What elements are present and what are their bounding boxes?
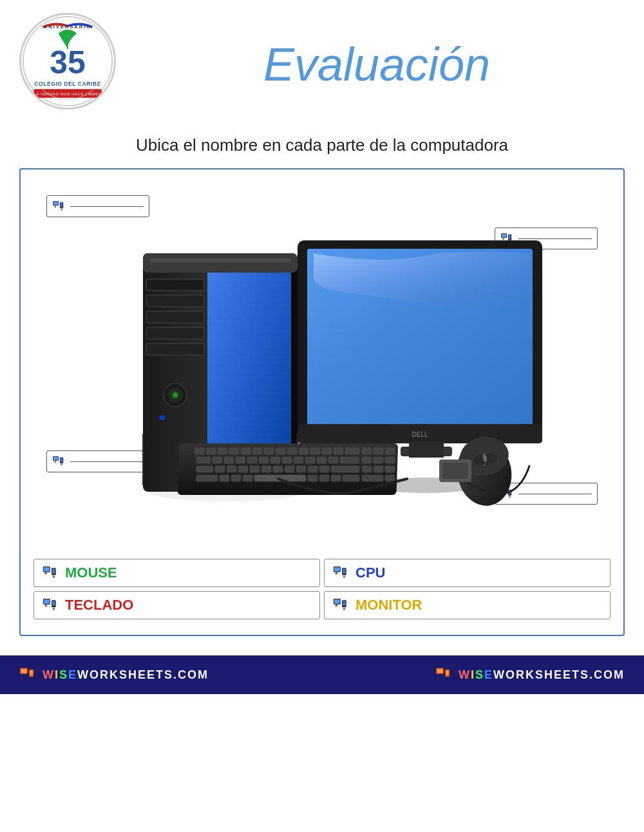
svg-rect-167 xyxy=(30,670,33,675)
svg-rect-118 xyxy=(385,457,395,463)
svg-rect-155 xyxy=(53,609,54,610)
footer: WISEWORKSHEETS.COM WISEWORKSHEETS.COM xyxy=(0,655,644,694)
svg-rect-27 xyxy=(61,458,63,462)
svg-rect-80 xyxy=(213,457,222,463)
word-cpu-text: CPU xyxy=(355,565,385,581)
label-cpu-icon xyxy=(52,200,66,212)
svg-point-53 xyxy=(160,415,165,420)
svg-rect-157 xyxy=(334,599,340,604)
svg-rect-96 xyxy=(250,466,260,472)
svg-rect-134 xyxy=(45,572,46,574)
svg-rect-107 xyxy=(243,475,252,481)
svg-rect-151 xyxy=(44,606,47,606)
svg-rect-163 xyxy=(343,609,345,610)
svg-rect-86 xyxy=(282,457,292,463)
svg-rect-109 xyxy=(308,475,317,481)
svg-rect-165 xyxy=(21,669,26,673)
svg-rect-121 xyxy=(385,466,395,472)
logo-circle: ANIVERSARIO 35 COLEGIO DEL CARIBE LA VER… xyxy=(19,13,116,110)
svg-rect-171 xyxy=(446,670,449,675)
svg-rect-161 xyxy=(343,601,345,606)
footer-left-icon xyxy=(19,667,37,682)
svg-rect-70 xyxy=(252,448,262,454)
svg-text:LA VERDAD NOS HACE LIBRES: LA VERDAD NOS HACE LIBRES xyxy=(33,92,101,96)
svg-rect-41 xyxy=(143,253,298,273)
word-cpu-icon xyxy=(332,566,350,580)
svg-rect-95 xyxy=(238,466,248,472)
svg-rect-87 xyxy=(294,457,303,463)
svg-rect-106 xyxy=(231,475,241,481)
svg-rect-79 xyxy=(196,457,211,463)
svg-rect-112 xyxy=(343,475,359,481)
svg-rect-42 xyxy=(149,258,291,262)
svg-text:COLEGIO DEL CARIBE: COLEGIO DEL CARIBE xyxy=(34,81,100,87)
word-bank: MOUSE CPU xyxy=(33,556,611,622)
svg-rect-110 xyxy=(319,475,329,481)
svg-rect-66 xyxy=(206,448,216,454)
svg-rect-119 xyxy=(362,466,372,472)
svg-rect-105 xyxy=(220,475,229,481)
svg-rect-7 xyxy=(53,202,58,205)
svg-rect-99 xyxy=(285,466,294,472)
svg-rect-29 xyxy=(61,465,62,466)
svg-rect-123 xyxy=(385,475,395,481)
svg-rect-114 xyxy=(374,448,383,454)
svg-text:35: 35 xyxy=(50,44,86,81)
svg-rect-141 xyxy=(334,567,340,572)
footer-left-text: WISEWORKSHEETS.COM xyxy=(43,668,209,682)
svg-rect-89 xyxy=(317,457,327,463)
label-teclado-icon xyxy=(52,456,66,467)
svg-rect-122 xyxy=(362,475,383,481)
word-monitor-icon xyxy=(332,598,350,612)
svg-rect-159 xyxy=(335,606,337,606)
svg-text:ANIVERSARIO: ANIVERSARIO xyxy=(44,24,91,30)
word-item-mouse[interactable]: MOUSE xyxy=(33,559,320,587)
word-item-monitor[interactable]: MONITOR xyxy=(324,591,611,619)
svg-rect-120 xyxy=(374,466,383,472)
svg-rect-90 xyxy=(328,457,338,463)
page-title: Evaluación xyxy=(135,38,618,91)
svg-rect-117 xyxy=(374,457,383,463)
svg-rect-82 xyxy=(236,457,245,463)
svg-rect-100 xyxy=(296,466,306,472)
svg-rect-83 xyxy=(247,457,257,463)
svg-rect-85 xyxy=(270,457,280,463)
svg-rect-71 xyxy=(264,448,274,454)
svg-rect-47 xyxy=(146,327,204,339)
svg-rect-76 xyxy=(322,448,332,454)
svg-rect-137 xyxy=(52,568,55,574)
svg-rect-154 xyxy=(52,608,55,608)
svg-rect-133 xyxy=(44,567,50,572)
svg-rect-88 xyxy=(305,457,315,463)
svg-rect-13 xyxy=(61,209,62,211)
subtitle: Ubica el nombre en cada parte de la comp… xyxy=(0,135,644,155)
svg-rect-149 xyxy=(44,599,50,604)
word-teclado-icon xyxy=(42,598,60,612)
svg-rect-98 xyxy=(273,466,283,472)
svg-rect-8 xyxy=(55,206,56,207)
word-item-teclado[interactable]: TECLADO xyxy=(33,591,320,619)
svg-rect-11 xyxy=(61,203,63,207)
svg-rect-67 xyxy=(218,448,227,454)
svg-rect-46 xyxy=(146,311,204,323)
svg-rect-74 xyxy=(299,448,308,454)
svg-rect-94 xyxy=(227,466,236,472)
footer-right: WISEWORKSHEETS.COM xyxy=(435,667,625,682)
svg-rect-68 xyxy=(229,448,239,454)
svg-rect-138 xyxy=(52,576,55,576)
word-item-cpu[interactable]: CPU xyxy=(324,559,611,587)
svg-rect-102 xyxy=(319,466,329,472)
logo-container: ANIVERSARIO 35 COLEGIO DEL CARIBE LA VER… xyxy=(19,13,122,116)
svg-rect-131 xyxy=(442,463,468,479)
svg-rect-145 xyxy=(343,568,345,574)
svg-rect-69 xyxy=(241,448,251,454)
title-area: Evaluación xyxy=(122,38,618,91)
svg-rect-139 xyxy=(53,577,54,578)
svg-rect-92 xyxy=(196,466,213,472)
svg-rect-23 xyxy=(53,457,58,460)
svg-rect-169 xyxy=(437,669,442,673)
svg-rect-44 xyxy=(147,280,203,289)
svg-rect-65 xyxy=(194,448,204,454)
svg-rect-147 xyxy=(343,577,345,578)
svg-rect-135 xyxy=(44,574,47,574)
